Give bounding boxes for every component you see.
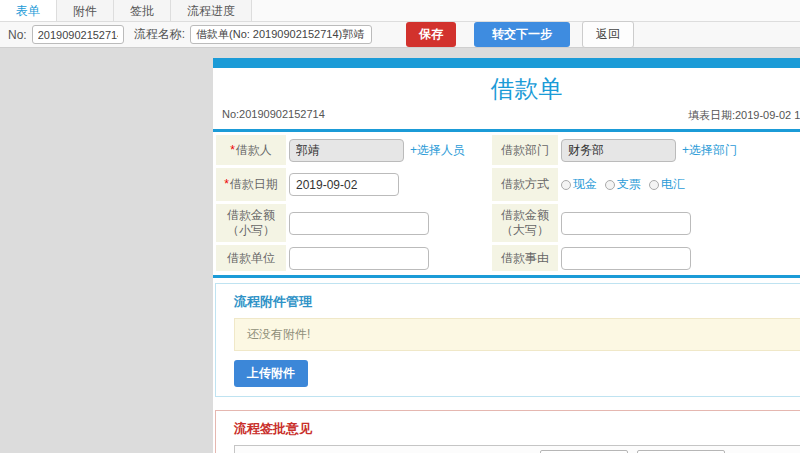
page-background: 借款单 No:20190902152714 填表日期:2019-09-02 15… bbox=[0, 49, 800, 453]
back-button[interactable]: 返回 bbox=[582, 21, 634, 48]
attachments-section-title: 流程附件管理 bbox=[216, 284, 800, 318]
radio-wire[interactable]: 电汇 bbox=[649, 176, 685, 193]
approval-section: 流程签批意见 B I abc bbox=[215, 410, 800, 453]
tab-approval[interactable]: 签批 bbox=[114, 0, 171, 21]
panel-top-bar bbox=[213, 58, 800, 68]
rich-text-editor: B I abc bbox=[234, 445, 800, 453]
loan-date-input[interactable] bbox=[289, 173, 399, 196]
tab-bar: 表单 附件 签批 流程进度 bbox=[0, 0, 800, 22]
flow-name-label: 流程名称: bbox=[134, 26, 185, 43]
upload-attachment-button[interactable]: 上传附件 bbox=[234, 360, 308, 387]
next-step-button[interactable]: 转交下一步 bbox=[474, 22, 570, 47]
radio-cheque[interactable]: 支票 bbox=[605, 176, 641, 193]
amount-lower-label: 借款金额（小写） bbox=[216, 204, 286, 242]
page-title: 借款单 bbox=[213, 75, 800, 103]
borrower-label: *借款人 bbox=[216, 135, 286, 165]
amount-upper-input[interactable] bbox=[561, 212, 691, 235]
loan-reason-field bbox=[561, 245, 800, 271]
screen: 表单 附件 签批 流程进度 No: 流程名称: 保存 转交下一步 返回 借款单 … bbox=[0, 0, 800, 453]
loan-date-label: *借款日期 bbox=[216, 168, 286, 201]
save-button[interactable]: 保存 bbox=[406, 22, 456, 47]
amount-lower-input[interactable] bbox=[289, 212, 429, 235]
loan-unit-input[interactable] bbox=[289, 247, 429, 270]
radio-icon[interactable] bbox=[605, 180, 615, 190]
amount-upper-field bbox=[561, 204, 800, 242]
no-attachments-message: 还没有附件! bbox=[234, 318, 800, 351]
attachments-section: 流程附件管理 还没有附件! 上传附件 bbox=[215, 283, 800, 397]
department-label: 借款部门 bbox=[492, 135, 558, 165]
loan-unit-field bbox=[289, 245, 489, 271]
tab-form[interactable]: 表单 bbox=[0, 0, 57, 21]
loan-reason-input[interactable] bbox=[561, 247, 691, 270]
loan-method-radio-group: 现金 支票 电汇 bbox=[561, 176, 685, 193]
form-date-text: 填表日期:2019-09-02 15:27:1 bbox=[688, 108, 800, 123]
borrower-field: +选择人员 bbox=[289, 135, 489, 165]
radio-icon[interactable] bbox=[649, 180, 659, 190]
action-toolbar: No: 流程名称: 保存 转交下一步 返回 bbox=[0, 22, 800, 48]
form-no-text: No:20190902152714 bbox=[222, 108, 325, 123]
tab-attachments[interactable]: 附件 bbox=[57, 0, 114, 21]
amount-lower-field bbox=[289, 204, 489, 242]
loan-date-field bbox=[289, 168, 489, 201]
loan-method-field: 现金 支票 电汇 bbox=[561, 168, 800, 201]
approval-section-title: 流程签批意见 bbox=[216, 411, 800, 445]
no-label: No: bbox=[8, 28, 27, 42]
no-input[interactable] bbox=[32, 25, 124, 44]
radio-icon[interactable] bbox=[561, 180, 571, 190]
tab-progress[interactable]: 流程进度 bbox=[171, 0, 252, 21]
meta-row: No:20190902152714 填表日期:2019-09-02 15:27:… bbox=[213, 108, 800, 123]
radio-cash[interactable]: 现金 bbox=[561, 176, 597, 193]
loan-form-grid: *借款人 +选择人员 借款部门 +选择部门 *借款日期 借款 bbox=[213, 132, 800, 275]
editor-toolbar: B I abc bbox=[235, 446, 800, 453]
required-marker: * bbox=[230, 143, 235, 157]
loan-unit-label: 借款单位 bbox=[216, 245, 286, 271]
loan-method-label: 借款方式 bbox=[492, 168, 558, 201]
loan-reason-label: 借款事由 bbox=[492, 245, 558, 271]
department-field: +选择部门 bbox=[561, 135, 800, 165]
flow-name-input[interactable] bbox=[190, 25, 372, 44]
form-panel: 借款单 No:20190902152714 填表日期:2019-09-02 15… bbox=[213, 58, 800, 453]
borrower-input[interactable] bbox=[289, 139, 404, 162]
select-person-link[interactable]: +选择人员 bbox=[410, 142, 465, 159]
amount-upper-label: 借款金额（大写） bbox=[492, 204, 558, 242]
select-department-link[interactable]: +选择部门 bbox=[682, 142, 737, 159]
department-input[interactable] bbox=[561, 139, 676, 162]
divider-bottom bbox=[213, 275, 800, 278]
required-marker: * bbox=[224, 177, 229, 191]
